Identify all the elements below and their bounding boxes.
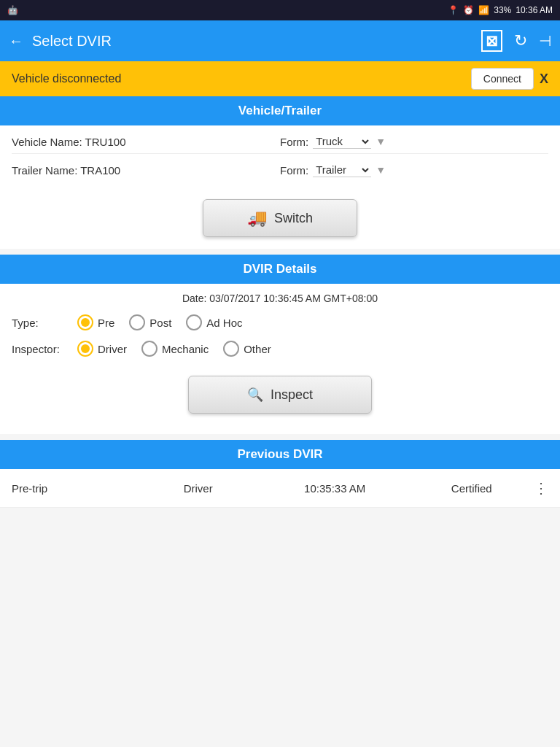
banner-text: Vehicle disconnected (12, 72, 121, 85)
status-left: 🤖 (7, 5, 18, 15)
inspector-driver-label: Driver (98, 343, 127, 355)
vehicle-form-label: Form: (280, 136, 308, 148)
previous-dvir-section: Previous DVIR Pre-trip Driver 10:35:33 A… (0, 440, 560, 508)
prev-status: Certified (410, 482, 534, 495)
app-bar: ← Select DVIR ⊠ ↻ ⊣ (0, 20, 560, 61)
alarm-icon: ⏰ (463, 5, 474, 15)
search-icon: 🔍 (247, 387, 263, 403)
switch-button[interactable]: 🚚 Switch (203, 199, 357, 237)
type-post-label: Post (149, 317, 171, 329)
previous-section-header: Previous DVIR (0, 440, 560, 469)
logout-icon[interactable]: ⊣ (539, 32, 551, 50)
type-pre-label: Pre (98, 317, 114, 329)
back-button[interactable]: ← (9, 33, 23, 50)
type-pre-option[interactable]: Pre (77, 314, 114, 330)
dvir-type-label: Type: (12, 317, 70, 329)
app-bar-title: Select DVIR (32, 33, 472, 50)
refresh-icon[interactable]: ↻ (514, 31, 527, 50)
type-adhoc-radio[interactable] (186, 314, 202, 330)
banner-close-button[interactable]: X (540, 71, 548, 87)
wifi-icon: 📶 (478, 5, 489, 15)
type-adhoc-label: Ad Hoc (206, 317, 242, 329)
dvir-inspector-row: Inspector: Driver Mechanic Other (12, 341, 548, 357)
vehicle-form-dropdown-arrow: ▼ (376, 136, 386, 147)
inspect-button[interactable]: 🔍 Inspect (188, 376, 372, 414)
inspector-mechanic-option[interactable]: Mechanic (141, 341, 209, 357)
inspector-mechanic-label: Mechanic (162, 343, 209, 355)
type-post-option[interactable]: Post (129, 314, 171, 330)
dvir-section-content: Date: 03/07/2017 10:36:45 AM GMT+08:00 T… (0, 284, 560, 434)
inspector-driver-radio[interactable] (77, 341, 93, 357)
type-adhoc-option[interactable]: Ad Hoc (186, 314, 242, 330)
dvir-type-group: Pre Post Ad Hoc (77, 314, 548, 330)
switch-container: 🚚 Switch (0, 190, 560, 249)
prev-trip-type: Pre-trip (12, 482, 136, 495)
dvir-section-header: DVIR Details (0, 255, 560, 284)
vehicle-banner: Vehicle disconnected Connect X (0, 61, 560, 96)
trailer-form-dropdown-arrow: ▼ (376, 164, 386, 176)
inspector-other-radio[interactable] (223, 341, 239, 357)
vehicle-form-info: Form: Truck ▼ (280, 134, 548, 149)
vehicle-name-row: Vehicle Name: TRU100 Form: Truck ▼ (12, 125, 548, 154)
vehicle-section-header: Vehicle/Trailer (0, 96, 560, 125)
monitor-icon[interactable]: ⊠ (481, 30, 502, 52)
trailer-name-label: Trailer Name: TRA100 (12, 164, 280, 177)
status-right: 📍 ⏰ 📶 33% 10:36 AM (448, 5, 553, 15)
vehicle-form-select[interactable]: Truck (313, 134, 371, 149)
inspect-container: 🔍 Inspect (12, 367, 548, 425)
prev-driver: Driver (136, 482, 260, 495)
type-post-radio[interactable] (129, 314, 145, 330)
trailer-form-select[interactable]: Trailer (313, 163, 371, 177)
truck-icon: 🚚 (247, 209, 267, 228)
inspect-label: Inspect (271, 387, 313, 403)
vehicle-section-content: Vehicle Name: TRU100 Form: Truck ▼ Trail… (0, 125, 560, 190)
switch-label: Switch (274, 211, 313, 226)
dvir-date: Date: 03/07/2017 10:36:45 AM GMT+08:00 (12, 293, 548, 304)
android-icon: 🤖 (7, 5, 18, 15)
inspector-driver-option[interactable]: Driver (77, 341, 127, 357)
dvir-details-section: DVIR Details Date: 03/07/2017 10:36:45 A… (0, 255, 560, 434)
type-pre-radio[interactable] (77, 314, 93, 330)
previous-dvir-content: Pre-trip Driver 10:35:33 AM Certified ⋮ (0, 469, 560, 508)
trailer-form-info: Form: Trailer ▼ (280, 163, 548, 177)
banner-actions: Connect X (471, 68, 548, 90)
dvir-inspector-label: Inspector: (12, 343, 70, 355)
vehicle-name-label: Vehicle Name: TRU100 (12, 136, 280, 148)
prev-time: 10:35:33 AM (260, 482, 410, 495)
vehicle-trailer-section: Vehicle/Trailer Vehicle Name: TRU100 For… (0, 96, 560, 249)
dvir-type-row: Type: Pre Post Ad Hoc (12, 314, 548, 330)
more-options-icon[interactable]: ⋮ (534, 479, 548, 497)
inspector-mechanic-radio[interactable] (141, 341, 158, 357)
time-text: 10:36 AM (516, 5, 553, 15)
inspector-other-label: Other (244, 343, 271, 355)
inspector-other-option[interactable]: Other (223, 341, 271, 357)
dvir-inspector-group: Driver Mechanic Other (77, 341, 548, 357)
table-row: Pre-trip Driver 10:35:33 AM Certified ⋮ (0, 469, 560, 508)
trailer-name-row: Trailer Name: TRA100 Form: Trailer ▼ (12, 154, 548, 182)
connect-button[interactable]: Connect (471, 68, 534, 90)
battery-text: 33% (494, 5, 511, 15)
app-bar-actions: ⊠ ↻ ⊣ (481, 30, 551, 52)
location-icon: 📍 (448, 5, 459, 15)
status-bar: 🤖 📍 ⏰ 📶 33% 10:36 AM (0, 0, 560, 20)
trailer-form-label: Form: (280, 164, 308, 177)
